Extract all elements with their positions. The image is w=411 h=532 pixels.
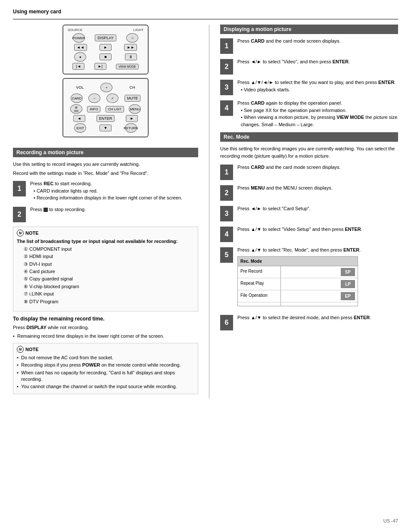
rec-mode-table: Rec. Mode Pre Record SP Repeat Play: [237, 256, 358, 306]
disp-step-2: 2 Press ◄/► to select "Video", and then …: [220, 58, 398, 75]
recording-step-1: 1 Press REC to start recording. • CARD i…: [13, 180, 198, 202]
note-item-3: ③ DVI-I input: [17, 261, 194, 268]
mute-btn: MUTE: [125, 95, 141, 102]
card-btn: CARD: [71, 93, 83, 103]
vol-up-btn: +: [100, 83, 112, 92]
prev-btn: |◄: [72, 63, 84, 70]
exit-btn: EXIT: [74, 123, 86, 133]
disp-step-1-num: 1: [220, 38, 233, 54]
lp-badge: LP: [341, 280, 355, 288]
note-title-1: N NOTE: [17, 230, 194, 236]
check-btn: ✓: [106, 93, 118, 103]
note-item-6: ⑥ V-chip blocked program: [17, 283, 194, 290]
ch-list-btn: CH LIST: [106, 106, 124, 112]
note-label-1: NOTE: [25, 230, 39, 236]
enter-btn: ENTER: [97, 115, 115, 122]
info-btn: INFO: [87, 106, 100, 112]
note-item-7: ⑦ i.LINK input: [17, 291, 194, 297]
table-row-1: Pre Record SP: [238, 266, 358, 278]
note-item-5: ⑤ Copy guarded signal: [17, 276, 194, 282]
display-btn: DISPLAY: [95, 34, 116, 41]
rec-mode-steps: 1 Press CARD and the card mode screen di…: [220, 164, 398, 330]
light-btn: ☆: [126, 33, 138, 43]
rec-step-1-num: 1: [220, 165, 233, 180]
note-icon-1: N: [17, 230, 24, 236]
rec-step-1: 1 Press CARD and the card mode screen di…: [220, 164, 398, 180]
right-column: Displaying a motion picture 1 Press CARD…: [220, 25, 398, 398]
empty-badges: [281, 302, 358, 306]
left-column: SOURCE LIGHT POWER DISPLAY ☆ ◄◄ ► ►► ●: [13, 25, 198, 398]
ff-btn: ►►: [124, 44, 137, 51]
remote-exit-row: EXIT ▼ RETURN: [68, 123, 143, 133]
recording-steps: 1 Press REC to start recording. • CARD i…: [13, 180, 198, 222]
note-icon-2: N: [17, 346, 24, 353]
section-divider: [13, 19, 398, 19]
view-mode-btn: VIEW MODE: [116, 64, 139, 69]
table-row-2: Repeat Play LP: [238, 278, 358, 290]
virtual-btn: ⊞ Virt: [70, 104, 82, 114]
disp-step-2-num: 2: [220, 59, 233, 75]
ch-label: CH: [129, 85, 135, 90]
rec-mode-section-header: Rec. Mode: [220, 132, 398, 142]
disp-step-1: 1 Press CARD and the card mode screen di…: [220, 37, 398, 54]
pre-record-badges: SP: [281, 266, 358, 278]
rec-step-1-text: Press CARD and the card mode screen disp…: [237, 164, 398, 171]
remote-bottom-box: VOL + CH CARD − ✓ MUTE ⊞ Virt INFO CH LI…: [62, 78, 149, 137]
stop-icon: [44, 208, 48, 212]
table-header: Rec. Mode: [238, 257, 358, 266]
page-number: US -47: [383, 518, 398, 523]
rec-step-4-num: 4: [220, 227, 233, 242]
note-list-2: Do not remove the AC cord from the socke…: [17, 355, 194, 390]
note-label-2: NOTE: [25, 347, 39, 352]
rec-step-2-text: Press MENU and the MENU screen displays.: [237, 184, 398, 192]
power-btn: POWER: [73, 33, 85, 43]
rec-step-4-text: Press ▲/▼ to select "Video Setup" and th…: [237, 226, 398, 233]
rec-step-5-num: 5: [220, 247, 233, 263]
display-remaining-heading: To display the remaining record time.: [13, 316, 198, 322]
rec-step-3-text: Press ◄/► to select "Card Setup".: [237, 205, 398, 212]
rec-step-5-text: Press ▲/▼ to select "Rec. Mode", and the…: [237, 246, 398, 310]
remote-row-2: ◄◄ ► ►►: [68, 44, 143, 51]
note-title-2: N NOTE: [17, 346, 194, 353]
rec-step-6-num: 6: [220, 315, 233, 330]
note-bold-line: The list of broadcasting type or input s…: [17, 238, 194, 245]
column-divider: [209, 25, 209, 398]
display-remaining-bullets: Remaining record time displays in the lo…: [13, 333, 198, 339]
menu-btn: MENU: [129, 104, 141, 114]
remote-illustration: SOURCE LIGHT POWER DISPLAY ☆ ◄◄ ► ►► ●: [13, 25, 198, 141]
display-remaining-bullet-1: Remaining record time displays in the lo…: [13, 333, 198, 339]
remote-nav-row: ◄ ENTER ►: [68, 115, 143, 122]
ep-badge: EP: [341, 292, 355, 300]
light-label: LIGHT: [133, 28, 143, 32]
disp-step-4-text: Press CARD again to display the operatio…: [237, 100, 398, 128]
repeat-play-label: Repeat Play: [238, 278, 281, 290]
disp-step-4-num: 4: [220, 100, 233, 116]
next-btn: ►|: [94, 63, 106, 70]
repeat-play-badges: LP: [281, 278, 358, 290]
pre-record-label: Pre Record: [238, 266, 281, 278]
left-btn: ◄: [73, 115, 85, 122]
remote-top-box: SOURCE LIGHT POWER DISPLAY ☆ ◄◄ ► ►► ●: [62, 25, 149, 75]
right-btn: ►: [126, 115, 138, 122]
stop-btn: ■: [100, 53, 112, 60]
remote-card-row: CARD − ✓ MUTE: [68, 93, 143, 103]
note-item-2: ② HDMI input: [17, 253, 194, 260]
file-operation-label: File Operation: [238, 290, 281, 302]
note2-item-2: Recording stops if you press POWER on th…: [17, 362, 194, 368]
note2-item-3: When card has no capacity for recording,…: [17, 370, 194, 383]
display-remaining-text: Press DISPLAY while not recording.: [13, 324, 198, 331]
note-list-1: ① COMPONENT input ② HDMI input ③ DVI-I i…: [17, 246, 194, 305]
recording-intro1: Use this setting to record images you ar…: [13, 161, 198, 168]
recording-intro2: Record with the settings made in "Rec. M…: [13, 170, 198, 177]
vol-down-btn: −: [88, 93, 100, 103]
disp-step-3: 3 Press ▲/▼/◄/► to select the file you w…: [220, 79, 398, 95]
note2-item-4: You cannot change the channel or switch …: [17, 383, 194, 390]
note-item-1: ① COMPONENT input: [17, 246, 194, 252]
disp-step-2-text: Press ◄/► to select "Video", and then pr…: [237, 58, 398, 65]
table-row-4: [238, 302, 358, 306]
disp-step-4-bullet-1: • See page XX for the operation panel in…: [241, 107, 398, 114]
disp-step-4: 4 Press CARD again to display the operat…: [220, 100, 398, 128]
displaying-section-header: Displaying a motion picture: [220, 25, 398, 34]
pause-btn: ⏸: [125, 53, 137, 60]
vol-label: VOL: [76, 85, 84, 90]
